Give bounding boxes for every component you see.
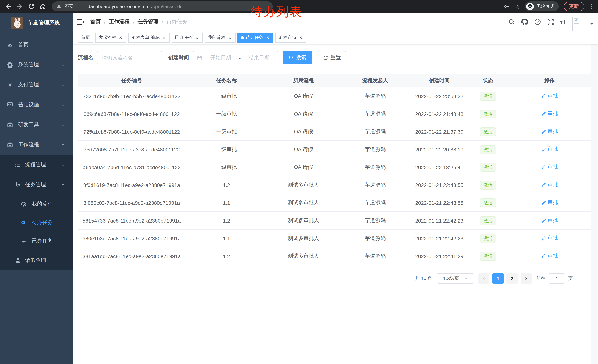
sidebar-item-label: 研发工具 xyxy=(18,121,39,128)
sidebar-item-11[interactable]: 请假查询 xyxy=(0,250,73,270)
github-icon[interactable] xyxy=(521,18,528,25)
approve-link[interactable]: 审批 xyxy=(541,164,558,170)
tab-close-icon[interactable]: × xyxy=(227,35,232,40)
app-logo-row[interactable]: 芋道管理系统 xyxy=(0,13,73,33)
broken-avatar-image-icon xyxy=(573,16,587,31)
incognito-label: 无痕模式 xyxy=(537,3,554,9)
approve-link[interactable]: 审批 xyxy=(541,128,558,135)
sidebar-item-2[interactable]: ¥支付管理 xyxy=(0,75,73,95)
sidebar-item-1[interactable]: 系统管理 xyxy=(0,55,73,75)
tab-close-icon[interactable]: × xyxy=(265,35,270,40)
fullscreen-icon[interactable] xyxy=(547,18,554,25)
breadcrumb-task-mgmt[interactable]: 任务管理 xyxy=(138,18,158,25)
edit-pencil-icon xyxy=(541,183,546,187)
chevron-left-icon xyxy=(482,276,486,281)
page-size-select[interactable]: 10条/页 xyxy=(437,273,474,284)
chevron-down-icon xyxy=(61,103,65,107)
approve-link[interactable]: 审批 xyxy=(541,182,558,188)
starter-cell: 芋道源码 xyxy=(339,217,411,224)
tab-3[interactable]: 已办任务× xyxy=(172,33,203,42)
approve-link[interactable]: 审批 xyxy=(541,217,558,224)
tab-4[interactable]: 我的流程× xyxy=(205,33,236,42)
tab-close-icon[interactable]: × xyxy=(298,35,303,40)
screen: 不安全 dashboard.yudao.iocoder.cn/bpm/task/… xyxy=(0,0,598,364)
sidebar-collapse-icon[interactable] xyxy=(73,19,89,25)
tab-6[interactable]: 流程详情× xyxy=(275,33,307,42)
approve-link[interactable]: 审批 xyxy=(541,235,558,242)
password-key-icon[interactable] xyxy=(503,3,510,9)
sidebar-item-0[interactable]: 首页 xyxy=(0,35,73,55)
task-name-cell: 1.1 xyxy=(185,200,267,206)
sidebar-item-7[interactable]: 任务管理 xyxy=(0,175,73,195)
chevron-up-icon xyxy=(61,183,65,187)
security-label[interactable]: 不安全 xyxy=(65,3,78,9)
approve-link[interactable]: 审批 xyxy=(541,111,558,117)
created-cell: 2022-01-22 20:33:10 xyxy=(411,146,467,152)
approve-link[interactable]: 审批 xyxy=(541,93,558,99)
sidebar-item-3[interactable]: 基础设施 xyxy=(0,95,73,115)
briefcase-icon xyxy=(7,142,13,148)
tab-label: 发起流程 xyxy=(99,34,116,41)
bookmark-star-icon[interactable]: ☆ xyxy=(515,4,520,9)
table-header: 任务编号 任务名称 所属流程 流程发起人 创建时间 状态 操作 xyxy=(78,74,590,87)
breadcrumb-separator: / xyxy=(162,19,163,25)
help-icon[interactable]: ? xyxy=(534,18,541,25)
tab-0[interactable]: 首页 xyxy=(78,33,93,42)
browser-menu-icon[interactable] xyxy=(590,4,594,9)
forward-icon[interactable] xyxy=(17,3,23,9)
created-cell: 2022-01-21 22:43:55 xyxy=(411,182,467,188)
page-button-2[interactable]: 2 xyxy=(507,273,518,284)
back-icon[interactable] xyxy=(5,3,11,9)
reset-button[interactable]: 重置 xyxy=(317,51,346,65)
sidebar-item-10[interactable]: 已办任务 xyxy=(0,232,73,250)
address-bar[interactable]: 不安全 dashboard.yudao.iocoder.cn/bpm/task/… xyxy=(52,1,273,11)
home-icon[interactable] xyxy=(40,3,46,9)
col-created: 创建时间 xyxy=(411,77,467,84)
sidebar-item-label: 支付管理 xyxy=(18,81,39,88)
tab-2[interactable]: 流程表单-编辑× xyxy=(128,33,170,42)
col-task-name: 任务名称 xyxy=(185,77,267,84)
tab-1[interactable]: 发起流程× xyxy=(95,33,126,42)
search-button[interactable]: 搜索 xyxy=(283,51,312,65)
tab-close-icon[interactable]: × xyxy=(194,35,199,40)
tab-close-icon[interactable]: × xyxy=(118,35,123,40)
chevron-down-icon xyxy=(61,63,65,67)
update-button[interactable]: 更新 xyxy=(564,2,584,11)
sidebar-item-label: 请假查询 xyxy=(25,257,46,264)
search-icon[interactable] xyxy=(508,18,515,25)
edit-pencil-icon xyxy=(541,112,546,116)
breadcrumb-home[interactable]: 首页 xyxy=(91,18,101,25)
approve-link[interactable]: 审批 xyxy=(541,253,558,259)
table-row: 58154733-7ac8-11ec-a9e2-a2380e71991a1.2测… xyxy=(78,212,590,230)
sidebar-item-5[interactable]: 工作流程 xyxy=(0,135,73,155)
user-avatar[interactable] xyxy=(573,16,594,31)
sidebar-item-6[interactable]: 流程管理 xyxy=(0,155,73,175)
tab-close-icon[interactable]: × xyxy=(162,35,166,40)
sidebar-item-9[interactable]: 待办任务 xyxy=(0,213,73,232)
approve-link[interactable]: 审批 xyxy=(541,199,558,206)
eye-open-icon xyxy=(21,219,27,226)
edit-pencil-icon xyxy=(541,147,546,152)
goto-page-input[interactable] xyxy=(549,273,565,284)
approve-link-label: 审批 xyxy=(548,93,558,99)
process-name-input[interactable] xyxy=(97,51,162,65)
tab-5[interactable]: 待办任务× xyxy=(238,33,274,42)
date-range-picker[interactable]: 开始日期 - 结束日期 xyxy=(193,51,278,65)
table-row: 069c6a63-7b8a-11ec-8ef0-acde48001122一级审批… xyxy=(78,105,590,123)
edit-pencil-icon xyxy=(541,254,546,259)
approve-link-label: 审批 xyxy=(548,128,558,135)
sidebar-item-8[interactable]: 我的流程 xyxy=(0,195,73,213)
sidebar-item-4[interactable]: 研发工具 xyxy=(0,115,73,135)
chevron-down-icon xyxy=(61,162,65,167)
sidebar-item-label: 首页 xyxy=(18,41,29,48)
reload-icon[interactable] xyxy=(28,3,34,9)
approve-link[interactable]: 审批 xyxy=(541,146,558,153)
prev-page-button[interactable] xyxy=(478,273,490,284)
page-button-1[interactable]: 1 xyxy=(492,273,504,284)
breadcrumb-current: 待办任务 xyxy=(166,18,187,25)
next-page-button[interactable] xyxy=(521,273,532,284)
breadcrumb-workflow[interactable]: 工作流程 xyxy=(109,18,130,25)
font-size-icon[interactable]: TT xyxy=(560,19,566,25)
scrollbar-gutter[interactable] xyxy=(590,44,598,364)
status-badge: 激活 xyxy=(480,216,496,225)
